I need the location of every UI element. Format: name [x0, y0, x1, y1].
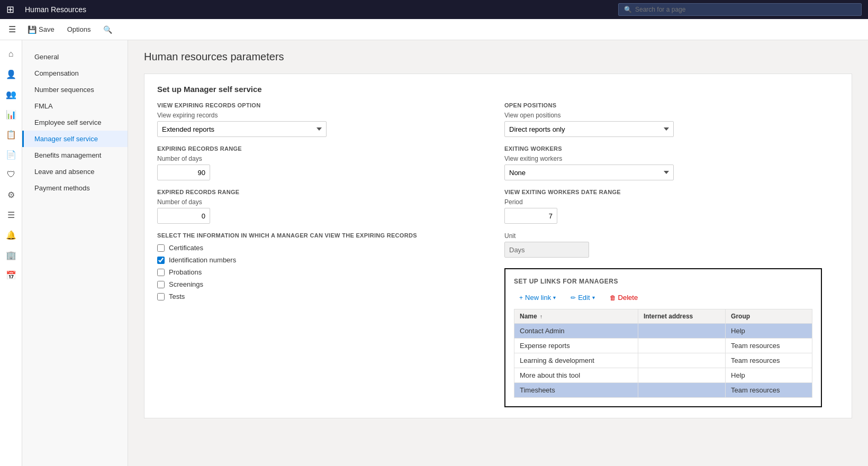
search-cmd-button[interactable]: 🔍 [98, 23, 117, 36]
search-input[interactable] [635, 6, 856, 13]
view-exiting-date-range-group: VIEW EXITING WORKERS DATE RANGE Period [504, 189, 839, 224]
table-row[interactable]: Contact Admin Help [514, 324, 812, 339]
unit-input [504, 242, 589, 258]
page-title: Human resources parameters [144, 51, 852, 63]
sidebar-icon-list[interactable]: ☰ [2, 205, 21, 224]
checkbox-screenings: Screenings [157, 280, 492, 288]
options-button[interactable]: Options [62, 23, 96, 35]
expiring-days-label: Number of days [157, 155, 492, 162]
tests-label: Tests [169, 293, 185, 300]
certificates-label: Certificates [169, 244, 203, 252]
exiting-workers-dropdown-label: View exiting workers [504, 155, 839, 162]
identification-checkbox[interactable] [157, 257, 165, 264]
right-column: OPEN POSITIONS View open positions Direc… [504, 102, 839, 407]
sidebar-icon-person[interactable]: 👤 [2, 65, 21, 84]
table-row[interactable]: Timesheets Team resources [514, 383, 812, 398]
row-name: Contact Admin [514, 324, 638, 339]
expiring-days-input[interactable] [157, 165, 210, 180]
col-internet-address: Internet address [638, 309, 725, 324]
open-positions-label: OPEN POSITIONS [504, 102, 839, 108]
sidebar-icon-shield[interactable]: 🛡 [2, 165, 21, 184]
col-group: Group [726, 309, 812, 324]
row-group: Team resources [726, 339, 812, 353]
search-icon: 🔍 [624, 6, 632, 13]
sidebar-item-manager-self-service[interactable]: Manager self service [22, 131, 128, 147]
checkbox-tests: Tests [157, 293, 492, 300]
view-expiring-group: VIEW EXPIRING RECORDS OPTION View expiri… [157, 102, 492, 137]
sidebar-icon-bell[interactable]: 🔔 [2, 225, 21, 244]
screenings-checkbox[interactable] [157, 281, 165, 288]
nav-sidebar: General Compensation Number sequences FM… [22, 40, 128, 466]
exiting-workers-select[interactable]: None Direct reports only Extended report… [504, 165, 674, 180]
certificates-checkbox[interactable] [157, 244, 165, 252]
open-positions-select[interactable]: Direct reports only Extended reports Non… [504, 121, 674, 137]
icon-sidebar: ⌂ 👤 👥 📊 📋 📄 🛡 ⚙ ☰ 🔔 🏢 📅 [0, 40, 22, 466]
sidebar-icon-building[interactable]: 🏢 [2, 245, 21, 264]
view-expiring-label: VIEW EXPIRING RECORDS OPTION [157, 102, 492, 108]
view-expiring-select[interactable]: Extended reports Direct reports only Non… [157, 121, 327, 137]
sidebar-item-employee-self-service[interactable]: Employee self service [22, 114, 128, 131]
sidebar-item-fmla[interactable]: FMLA [22, 98, 128, 114]
row-address [638, 339, 725, 353]
edit-button[interactable]: ✏ Edit ▾ [565, 291, 600, 304]
trash-icon: 🗑 [610, 294, 616, 301]
delete-button[interactable]: 🗑 Delete [604, 291, 644, 304]
row-name: Timesheets [514, 383, 638, 398]
waffle-icon[interactable]: ⊞ [6, 4, 14, 15]
probations-checkbox[interactable] [157, 269, 165, 276]
period-input[interactable] [504, 208, 557, 224]
content-area: Human resources parameters Set up Manage… [128, 40, 868, 466]
sidebar-item-benefits-management[interactable]: Benefits management [22, 147, 128, 163]
sidebar-icon-clipboard[interactable]: 📋 [2, 125, 21, 144]
sidebar-item-payment-methods[interactable]: Payment methods [22, 180, 128, 196]
links-toolbar: + New link ▾ ✏ Edit ▾ 🗑 Del [514, 291, 812, 304]
row-address [638, 368, 725, 383]
left-column: VIEW EXPIRING RECORDS OPTION View expiri… [157, 102, 492, 407]
expired-days-label: Number of days [157, 198, 492, 206]
tests-checkbox[interactable] [157, 293, 165, 300]
search-cmd-icon: 🔍 [103, 25, 112, 34]
pencil-icon: ✏ [571, 294, 576, 301]
period-label: Period [504, 198, 839, 206]
links-panel: SET UP LINKS FOR MANAGERS + New link ▾ ✏… [504, 268, 822, 407]
table-row[interactable]: More about this tool Help [514, 368, 812, 383]
top-nav-bar: ⊞ Human Resources 🔍 [0, 0, 868, 19]
links-table-body: Contact Admin Help Expense reports Team … [514, 324, 812, 398]
expiring-range-group: EXPIRING RECORDS RANGE Number of days [157, 145, 492, 180]
new-link-button[interactable]: + New link ▾ [514, 291, 561, 304]
sidebar-icon-gear[interactable]: ⚙ [2, 185, 21, 204]
two-col-layout: VIEW EXPIRING RECORDS OPTION View expiri… [157, 102, 839, 407]
sidebar-icon-calendar[interactable]: 📅 [2, 266, 21, 285]
probations-label: Probations [169, 268, 202, 276]
sidebar-item-general[interactable]: General [22, 49, 128, 65]
plus-icon: + [519, 294, 523, 301]
select-info-label: SELECT THE INFORMATION IN WHICH A MANAGE… [157, 232, 492, 239]
table-row[interactable]: Expense reports Team resources [514, 339, 812, 353]
checkbox-identification: Identification numbers [157, 256, 492, 264]
open-positions-dropdown-label: View open positions [504, 112, 839, 119]
sidebar-icon-document[interactable]: 📄 [2, 145, 21, 164]
hamburger-button[interactable]: ☰ [4, 22, 20, 36]
checkbox-certificates: Certificates [157, 244, 492, 252]
sidebar-item-compensation[interactable]: Compensation [22, 65, 128, 81]
row-group: Team resources [726, 353, 812, 368]
sidebar-icon-home[interactable]: ⌂ [2, 44, 21, 63]
expired-range-label: EXPIRED RECORDS RANGE [157, 189, 492, 195]
sidebar-icon-chart[interactable]: 📊 [2, 105, 21, 124]
sidebar-item-leave-and-absence[interactable]: Leave and absence [22, 163, 128, 180]
row-group: Help [726, 324, 812, 339]
sidebar-item-number-sequences[interactable]: Number sequences [22, 81, 128, 98]
table-header-row: Name ↑ Internet address Group [514, 309, 812, 324]
save-button[interactable]: 💾 Save [22, 23, 60, 36]
exiting-workers-group: EXITING WORKERS View exiting workers Non… [504, 145, 839, 180]
unit-label: Unit [504, 232, 839, 240]
links-table: Name ↑ Internet address Group Contact Ad… [514, 309, 812, 398]
open-positions-group: OPEN POSITIONS View open positions Direc… [504, 102, 839, 137]
sidebar-icon-workers[interactable]: 👥 [2, 85, 21, 104]
expired-days-input[interactable] [157, 208, 210, 224]
row-name: Learning & development [514, 353, 638, 368]
table-row[interactable]: Learning & development Team resources [514, 353, 812, 368]
expiring-range-label: EXPIRING RECORDS RANGE [157, 145, 492, 152]
unit-group: Unit [504, 232, 839, 258]
global-search-box[interactable]: 🔍 [618, 3, 862, 16]
